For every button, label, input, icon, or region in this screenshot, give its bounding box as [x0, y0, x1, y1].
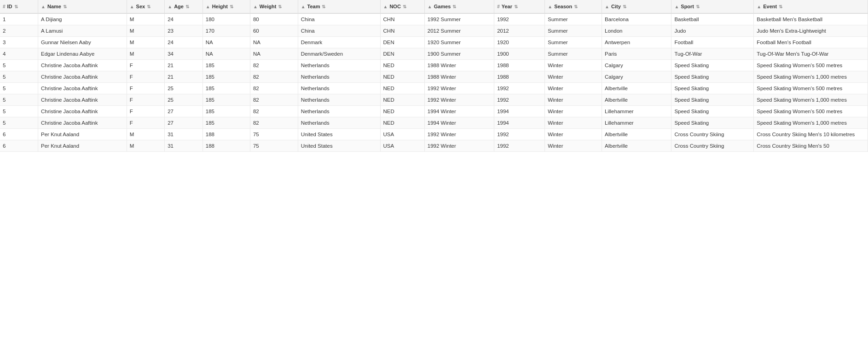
col-header-noc[interactable]: ▲ NOC ⇅ — [380, 0, 424, 13]
cell-season: Summer — [545, 48, 602, 60]
cell-event: Speed Skating Women's 1,000 metres — [754, 117, 868, 129]
sort-icon-noc[interactable]: ⇅ — [403, 4, 406, 9]
cell-height: 180 — [203, 13, 250, 25]
sort-icon-event[interactable]: ⇅ — [779, 4, 782, 9]
cell-age: 21 — [165, 60, 203, 71]
cell-sport: Judo — [671, 25, 754, 37]
cell-season: Winter — [545, 94, 602, 106]
cell-games: 1992 Summer — [424, 13, 494, 25]
sort-icon-id[interactable]: ⇅ — [14, 4, 18, 9]
col-label-age: Age — [174, 4, 184, 9]
sort-icon-team[interactable]: ⇅ — [322, 4, 325, 9]
cell-year: 1992 — [494, 13, 545, 25]
cell-games: 1988 Winter — [424, 71, 494, 83]
col-header-id[interactable]: # ID ⇅ — [0, 0, 38, 13]
sort-icon-games[interactable]: ⇅ — [452, 4, 456, 9]
sort-icon-weight[interactable]: ⇅ — [278, 4, 282, 9]
table-row[interactable]: 5Christine Jacoba AaftinkF2118582Netherl… — [0, 71, 868, 83]
table-row[interactable]: 2A LamusiM2317060ChinaCHN2012 Summer2012… — [0, 25, 868, 37]
cell-name: A Lamusi — [38, 25, 127, 37]
col-header-games[interactable]: ▲ Games ⇅ — [424, 0, 494, 13]
sort-icon-city[interactable]: ⇅ — [623, 4, 626, 9]
cell-weight: 82 — [250, 71, 298, 83]
cell-name: Christine Jacoba Aaftink — [38, 60, 127, 71]
cell-height: 185 — [203, 117, 250, 129]
cell-year: 1992 — [494, 129, 545, 140]
sort-icon-season[interactable]: ⇅ — [574, 4, 578, 9]
cell-city: London — [602, 25, 671, 37]
sort-icon-sport[interactable]: ⇅ — [696, 4, 700, 9]
cell-name: Per Knut Aaland — [38, 140, 127, 152]
table-row[interactable]: 6Per Knut AalandM3118875United StatesUSA… — [0, 140, 868, 152]
table-row[interactable]: 5Christine Jacoba AaftinkF2518582Netherl… — [0, 83, 868, 94]
cell-event: Tug-Of-War Men's Tug-Of-War — [754, 48, 868, 60]
col-header-year[interactable]: # Year ⇅ — [494, 0, 545, 13]
col-header-name[interactable]: ▲ Name ⇅ — [38, 0, 127, 13]
col-label-name: Name — [47, 4, 61, 9]
table-row[interactable]: 5Christine Jacoba AaftinkF2518582Netherl… — [0, 94, 868, 106]
cell-sex: M — [127, 129, 165, 140]
cell-id: 5 — [0, 71, 38, 83]
table-row[interactable]: 4Edgar Lindenau AabyeM34NANADenmark/Swed… — [0, 48, 868, 60]
cell-noc: USA — [380, 129, 424, 140]
cell-year: 1988 — [494, 60, 545, 71]
col-header-season[interactable]: ▲ Season ⇅ — [545, 0, 602, 13]
col-label-games: Games — [434, 4, 451, 9]
col-label-event: Event — [763, 4, 777, 9]
cell-city: Lillehammer — [602, 106, 671, 117]
cell-games: 1988 Winter — [424, 60, 494, 71]
cell-season: Summer — [545, 37, 602, 48]
table-row[interactable]: 3Gunnar Nielsen AabyM24NANADenmarkDEN192… — [0, 37, 868, 48]
cell-height: 185 — [203, 60, 250, 71]
cell-sport: Tug-Of-War — [671, 48, 754, 60]
cell-name: Per Knut Aaland — [38, 129, 127, 140]
table-row[interactable]: 5Christine Jacoba AaftinkF2118582Netherl… — [0, 60, 868, 71]
col-label-year: Year — [502, 4, 512, 9]
col-header-height[interactable]: ▲ Height ⇅ — [203, 0, 250, 13]
cell-year: 2012 — [494, 25, 545, 37]
cell-city: Calgary — [602, 60, 671, 71]
sort-icon-height[interactable]: ⇅ — [230, 4, 233, 9]
cell-event: Speed Skating Women's 500 metres — [754, 83, 868, 94]
sort-icon-year[interactable]: ⇅ — [514, 4, 518, 9]
cell-age: 24 — [165, 13, 203, 25]
sort-icon-sex[interactable]: ⇅ — [147, 4, 150, 9]
sort-icon-age[interactable]: ⇅ — [185, 4, 189, 9]
cell-height: NA — [203, 48, 250, 60]
col-header-age[interactable]: ▲ Age ⇅ — [165, 0, 203, 13]
cell-season: Winter — [545, 117, 602, 129]
cell-event: Speed Skating Women's 500 metres — [754, 60, 868, 71]
cell-season: Winter — [545, 71, 602, 83]
col-header-weight[interactable]: ▲ Weight ⇅ — [250, 0, 298, 13]
sort-icon-name[interactable]: ⇅ — [63, 4, 67, 9]
col-header-sex[interactable]: ▲ Sex ⇅ — [127, 0, 165, 13]
cell-noc: DEN — [380, 37, 424, 48]
table-row[interactable]: 1A DijiangM2418080ChinaCHN1992 Summer199… — [0, 13, 868, 25]
cell-sex: M — [127, 25, 165, 37]
table-row[interactable]: 5Christine Jacoba AaftinkF2718582Netherl… — [0, 117, 868, 129]
col-header-sport[interactable]: ▲ Sport ⇅ — [671, 0, 754, 13]
cell-id: 4 — [0, 48, 38, 60]
cell-sex: M — [127, 140, 165, 152]
col-header-city[interactable]: ▲ City ⇅ — [602, 0, 671, 13]
table-row[interactable]: 5Christine Jacoba AaftinkF2718582Netherl… — [0, 106, 868, 117]
col-label-noc: NOC — [389, 4, 400, 9]
cell-event: Cross Country Skiing Men's 50 — [754, 140, 868, 152]
cell-noc: DEN — [380, 48, 424, 60]
table-row[interactable]: 6Per Knut AalandM3118875United StatesUSA… — [0, 129, 868, 140]
cell-sport: Cross Country Skiing — [671, 140, 754, 152]
cell-team: United States — [298, 140, 380, 152]
cell-team: China — [298, 25, 380, 37]
cell-name: A Dijiang — [38, 13, 127, 25]
cell-sex: F — [127, 117, 165, 129]
cell-event: Speed Skating Women's 500 metres — [754, 106, 868, 117]
cell-year: 1900 — [494, 48, 545, 60]
col-header-event[interactable]: ▲ Event ⇅ — [754, 0, 868, 13]
col-header-team[interactable]: ▲ Team ⇅ — [298, 0, 380, 13]
cell-height: 188 — [203, 140, 250, 152]
cell-weight: 82 — [250, 60, 298, 71]
cell-city: Albertville — [602, 83, 671, 94]
cell-season: Winter — [545, 129, 602, 140]
cell-weight: 80 — [250, 13, 298, 25]
cell-height: 185 — [203, 94, 250, 106]
